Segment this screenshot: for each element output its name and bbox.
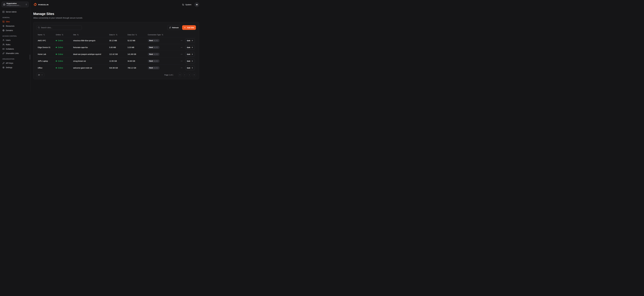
edit-button[interactable]: Edit: [185, 66, 195, 70]
org-selector-label: Organization: [6, 2, 24, 4]
connection-type-badge: Newt v1.3.2: [148, 66, 160, 70]
chevron-down-icon: [41, 74, 43, 76]
edit-label: Edit: [187, 40, 190, 42]
sidebar-item-domains[interactable]: Domains: [2, 28, 28, 32]
sidebar-item-shareable-links[interactable]: Shareable Links: [2, 51, 28, 56]
table-body: AWS VPC Online vivacious-little-blue-pen…: [36, 37, 196, 71]
column-header-name[interactable]: Name: [36, 34, 56, 36]
data-in-value: 12.65 GB: [109, 60, 128, 62]
first-page-button[interactable]: [178, 73, 182, 77]
theme-toggle-label: System: [185, 4, 192, 6]
sidebar-item-label: API Keys: [6, 62, 13, 64]
sidebar-scrollbar[interactable]: [30, 54, 30, 60]
edit-label: Edit: [187, 67, 190, 69]
site-online-status: Online: [56, 46, 73, 48]
refresh-button[interactable]: Refresh: [167, 25, 180, 30]
chevrons-right-icon: [193, 74, 195, 76]
sidebar-item-label: Shareable Links: [6, 52, 19, 54]
users-icon: [2, 44, 4, 46]
server-icon: [2, 11, 4, 13]
connection-type-name: Newt: [149, 40, 153, 42]
sort-icon[interactable]: [116, 34, 118, 36]
brand-name: PANGOLIN: [38, 4, 48, 6]
sort-icon[interactable]: [162, 34, 163, 36]
table-row[interactable]: Edge Device 01 Online fortunate-cape-fox…: [36, 44, 196, 51]
theme-toggle-button[interactable]: System: [182, 4, 192, 6]
sidebar-item-resources[interactable]: Resources: [2, 24, 28, 28]
prev-page-button[interactable]: [183, 73, 186, 77]
column-header-online[interactable]: Online: [56, 34, 73, 36]
column-header-connection-type[interactable]: Connection Type: [148, 34, 180, 36]
connection-type-name: Newt: [149, 53, 153, 55]
sidebar-item-users[interactable]: Users: [2, 38, 28, 42]
org-selector-value: milo@fossorial.io's ...: [6, 4, 24, 6]
search-input[interactable]: [36, 25, 82, 30]
arrow-right-icon: [191, 67, 193, 69]
row-menu-button[interactable]: [180, 60, 183, 62]
add-site-button[interactable]: Add Site: [182, 25, 196, 30]
last-page-button[interactable]: [192, 73, 196, 77]
online-status-dot: [56, 54, 57, 55]
table-row[interactable]: Jeff's Laptop Online smug-brown-rat 12.6…: [36, 58, 196, 64]
edit-button[interactable]: Edit: [185, 59, 195, 63]
page-subtitle: Allow connectivity to your network throu…: [33, 17, 199, 19]
org-selector[interactable]: Organization milo@fossorial.io's ...: [2, 2, 28, 7]
column-header-data-in[interactable]: Data In: [109, 34, 128, 36]
page-size-value: 20: [38, 74, 40, 76]
arrow-right-icon: [191, 60, 193, 62]
sidebar-item-server-admin[interactable]: Server Admin: [2, 10, 28, 14]
sidebar-item-label: Sites: [6, 20, 10, 23]
online-status-label: Online: [58, 46, 63, 48]
arrow-right-icon: [191, 40, 193, 42]
next-page-button[interactable]: [188, 73, 191, 77]
page-info: Page 1 of 1: [164, 74, 173, 76]
data-out-value: 780.12 GB: [128, 67, 148, 69]
sidebar-item-invitations[interactable]: Invitations: [2, 47, 28, 51]
sidebar-item-label: Roles: [6, 44, 10, 46]
page-size-select[interactable]: 20: [36, 73, 44, 77]
row-menu-button[interactable]: [180, 46, 183, 49]
ticket-check-icon: [2, 48, 4, 50]
section-label-access-control: ACCESS CONTROL: [2, 35, 28, 37]
edit-button[interactable]: Edit: [185, 38, 195, 43]
sidebar-item-api-keys[interactable]: API Keys: [2, 61, 28, 65]
site-slug: dead-san-joaquin-antelope-squirrel: [73, 53, 109, 55]
sort-icon[interactable]: [77, 34, 79, 36]
connection-type-badge: Newt v1.3.2: [148, 39, 160, 42]
column-header-site[interactable]: Site: [73, 34, 109, 36]
search-icon: [38, 26, 40, 28]
site-slug: vivacious-little-blue-penguin: [73, 40, 109, 42]
chevron-right-icon: [188, 74, 190, 76]
sites-icon: [2, 20, 4, 23]
site-name: AWS VPC: [36, 40, 56, 42]
site-name: Home Lab: [36, 53, 56, 55]
edit-button[interactable]: Edit: [185, 45, 195, 50]
sidebar-item-settings[interactable]: Settings: [2, 66, 28, 70]
sort-icon[interactable]: [62, 34, 63, 36]
table-row[interactable]: Home Lab Online dead-san-joaquin-antelop…: [36, 51, 196, 58]
connection-version: v1.3.2: [154, 46, 158, 48]
row-menu-button[interactable]: [180, 39, 183, 42]
sort-icon[interactable]: [135, 34, 137, 36]
table-header: Name Online Site Data In Data Out: [36, 32, 196, 37]
data-out-value: 52.02 MB: [128, 40, 148, 42]
avatar[interactable]: M: [194, 2, 199, 7]
row-menu-button[interactable]: [180, 66, 183, 70]
sidebar-item-label: Invitations: [6, 48, 14, 50]
column-header-data-out[interactable]: Data Out: [128, 34, 148, 36]
row-menu-button[interactable]: [180, 53, 183, 56]
sort-icon[interactable]: [43, 34, 45, 36]
globe-icon: [2, 29, 4, 32]
refresh-icon: [169, 27, 171, 28]
table-row[interactable]: AWS VPC Online vivacious-little-blue-pen…: [36, 37, 196, 44]
sidebar-item-sites[interactable]: Sites: [2, 20, 28, 24]
arrow-right-icon: [191, 46, 193, 48]
sidebar-item-roles[interactable]: Roles: [2, 42, 28, 47]
site-name: Office: [36, 67, 56, 69]
arrow-right-icon: [191, 53, 193, 55]
table-row[interactable]: Office Online welcome-giant-mole-rat 534…: [36, 64, 196, 71]
edit-button[interactable]: Edit: [185, 52, 195, 56]
data-in-value: 30.12 MB: [109, 40, 128, 42]
online-status-dot: [56, 60, 57, 62]
connection-version: v1.3.2: [154, 40, 158, 42]
